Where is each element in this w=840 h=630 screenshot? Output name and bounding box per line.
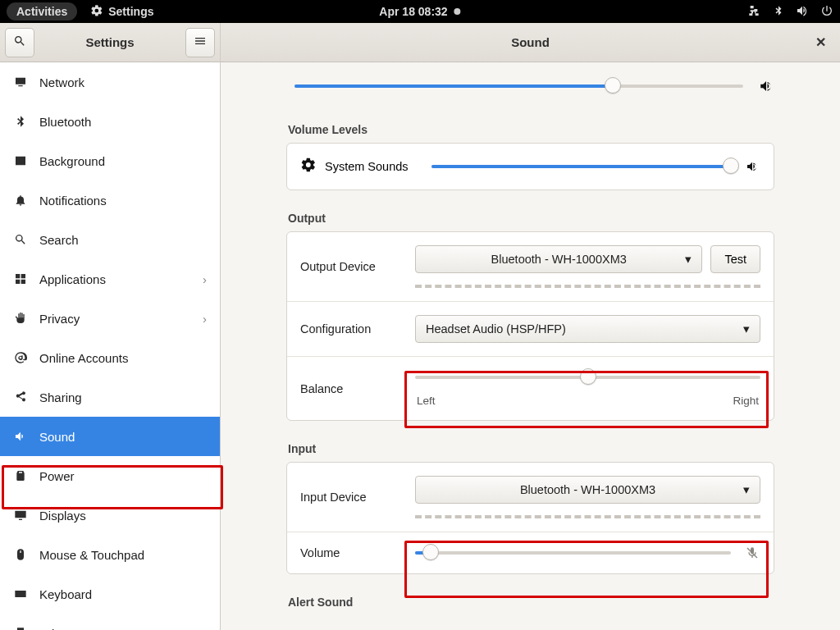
balance-slider[interactable] xyxy=(415,370,760,385)
sidebar-item-network[interactable]: Network xyxy=(0,62,220,102)
speaker-icon xyxy=(13,430,28,443)
balance-right-label: Right xyxy=(733,395,759,407)
sidebar-item-label: Bluetooth xyxy=(39,115,91,129)
configuration-combo[interactable]: Headset Audio (HSP/HFP) ▾ xyxy=(415,315,760,343)
chevron-down-icon: ▾ xyxy=(743,322,750,336)
mouse-icon xyxy=(13,548,28,561)
test-button[interactable]: Test xyxy=(710,245,760,273)
power-icon[interactable] xyxy=(820,4,833,20)
sidebar-list: NetworkBluetoothBackgroundNotificationsS… xyxy=(0,62,220,630)
system-sounds-slider[interactable] xyxy=(431,159,731,174)
configuration-value: Headset Audio (HSP/HFP) xyxy=(426,322,566,336)
grid-icon xyxy=(13,272,28,285)
volume-high-icon xyxy=(758,79,774,94)
at-icon xyxy=(13,351,28,364)
content-scroll[interactable]: Volume Levels System Sounds xyxy=(221,62,840,630)
sidebar-item-sharing[interactable]: Sharing xyxy=(0,377,220,417)
sidebar-item-label: Network xyxy=(39,75,84,89)
sidebar-item-label: Mouse & Touchpad xyxy=(39,548,144,562)
sidebar-item-applications[interactable]: Applications› xyxy=(0,259,220,299)
section-alert-sound: Alert Sound xyxy=(288,596,774,609)
chevron-down-icon: ▾ xyxy=(743,483,750,496)
sidebar-item-label: Applications xyxy=(39,272,106,286)
monitor-icon xyxy=(13,509,28,522)
app-menu[interactable]: Settings xyxy=(90,4,153,20)
power-icon xyxy=(13,469,28,482)
sidebar-item-label: Keyboard xyxy=(39,587,92,601)
balance-left-label: Left xyxy=(417,395,436,407)
bluetooth-icon xyxy=(13,115,28,128)
sidebar-item-label: Notifications xyxy=(39,194,107,208)
sidebar-title: Settings xyxy=(34,35,185,49)
sidebar-item-notifications[interactable]: Notifications xyxy=(0,180,220,220)
output-device-value: Bluetooth - WH-1000XM3 xyxy=(426,253,692,266)
bell-icon xyxy=(13,194,28,207)
close-button[interactable]: ✕ xyxy=(806,34,835,50)
search-icon xyxy=(13,233,28,246)
sidebar-item-label: Search xyxy=(39,233,79,247)
system-volume-slider[interactable] xyxy=(294,79,743,94)
sidebar-item-keyboard[interactable]: Keyboard xyxy=(0,574,220,614)
separator xyxy=(415,515,760,518)
content-header: Sound ✕ xyxy=(221,23,840,62)
top-bar: Activities Settings Apr 18 08:32 xyxy=(0,0,840,23)
clock-label: Apr 18 08:32 xyxy=(379,5,447,18)
sidebar-item-label: Printers xyxy=(39,627,82,631)
network-wired-icon[interactable] xyxy=(748,4,761,20)
search-button[interactable] xyxy=(5,28,34,57)
sidebar-item-label: Background xyxy=(39,154,105,168)
content-title: Sound xyxy=(255,35,806,49)
section-output: Output xyxy=(288,212,774,225)
sidebar-item-label: Sound xyxy=(39,430,75,444)
sidebar-item-label: Privacy xyxy=(39,312,80,326)
chevron-right-icon: › xyxy=(203,312,207,326)
app-menu-label: Settings xyxy=(108,5,153,18)
sidebar-item-displays[interactable]: Displays xyxy=(0,495,220,535)
bluetooth-icon[interactable] xyxy=(773,4,784,20)
system-volume-row xyxy=(286,62,774,102)
balance-label: Balance xyxy=(300,382,415,395)
sidebar-item-printers[interactable]: Printers xyxy=(0,614,220,630)
sidebar-item-label: Displays xyxy=(39,509,86,523)
output-device-label: Output Device xyxy=(300,260,415,273)
sidebar-item-privacy[interactable]: Privacy› xyxy=(0,299,220,338)
separator xyxy=(415,285,760,288)
input-volume-slider[interactable] xyxy=(415,546,731,560)
chevron-down-icon: ▾ xyxy=(685,253,692,266)
sidebar-item-background[interactable]: Background xyxy=(0,141,220,180)
section-volume-levels: Volume Levels xyxy=(288,123,774,136)
volume-icon[interactable] xyxy=(796,4,809,20)
keyboard-icon xyxy=(13,587,28,600)
close-icon: ✕ xyxy=(815,35,826,49)
sidebar-item-mouse-touchpad[interactable]: Mouse & Touchpad xyxy=(0,535,220,574)
input-volume-label: Volume xyxy=(300,546,415,559)
clock[interactable]: Apr 18 08:32 xyxy=(379,5,460,18)
gear-icon xyxy=(90,4,103,20)
sidebar-item-online-accounts[interactable]: Online Accounts xyxy=(0,338,220,377)
microphone-muted-icon xyxy=(744,546,760,559)
input-card: Input Device Bluetooth - WH-1000XM3 ▾ Vo… xyxy=(286,462,774,574)
activities-button[interactable]: Activities xyxy=(7,2,77,21)
activities-label: Activities xyxy=(16,5,67,18)
sidebar-item-search[interactable]: Search xyxy=(0,220,220,259)
content-area: Sound ✕ Volume Levels xyxy=(221,23,840,630)
volume-high-icon xyxy=(744,160,760,173)
sidebar-item-bluetooth[interactable]: Bluetooth xyxy=(0,102,220,141)
hamburger-icon xyxy=(194,34,207,51)
input-device-value: Bluetooth - WH-1000XM3 xyxy=(426,483,750,496)
test-label: Test xyxy=(724,253,746,266)
sidebar-item-sound[interactable]: Sound xyxy=(0,417,220,456)
sidebar-item-power[interactable]: Power xyxy=(0,456,220,495)
volume-levels-card: System Sounds xyxy=(286,143,774,190)
gear-icon xyxy=(300,157,317,176)
input-device-combo[interactable]: Bluetooth - WH-1000XM3 ▾ xyxy=(415,476,760,504)
hamburger-button[interactable] xyxy=(185,28,215,57)
sidebar-item-label: Sharing xyxy=(39,390,82,404)
sidebar-item-label: Power xyxy=(39,469,75,483)
output-card: Output Device Bluetooth - WH-1000XM3 ▾ T… xyxy=(286,231,774,421)
output-device-combo[interactable]: Bluetooth - WH-1000XM3 ▾ xyxy=(415,245,702,273)
share-icon xyxy=(13,390,28,404)
search-icon xyxy=(13,34,26,51)
chevron-right-icon: › xyxy=(203,272,207,286)
notification-dot-icon xyxy=(454,8,461,15)
